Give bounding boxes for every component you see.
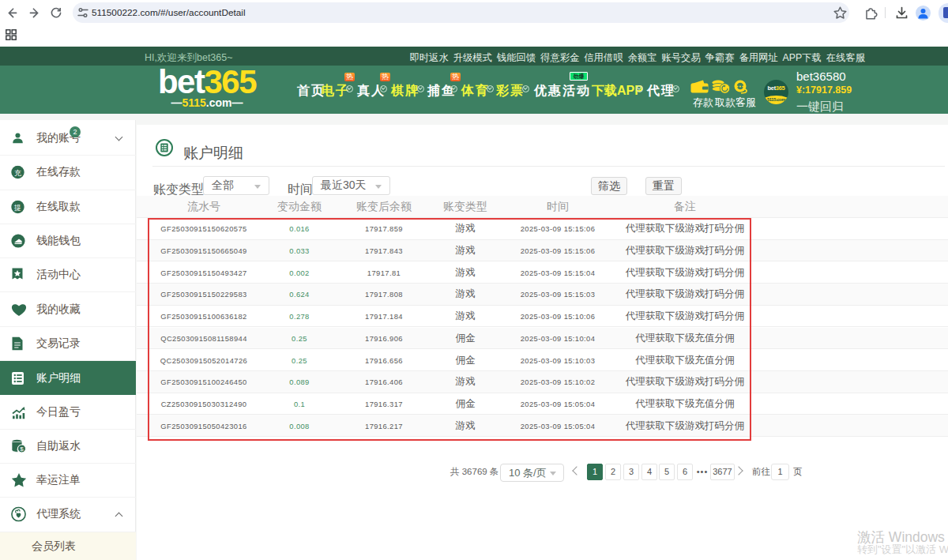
svg-text:提: 提 [13,203,21,211]
svg-text:$: $ [20,445,24,453]
svg-text:充: 充 [14,169,21,177]
